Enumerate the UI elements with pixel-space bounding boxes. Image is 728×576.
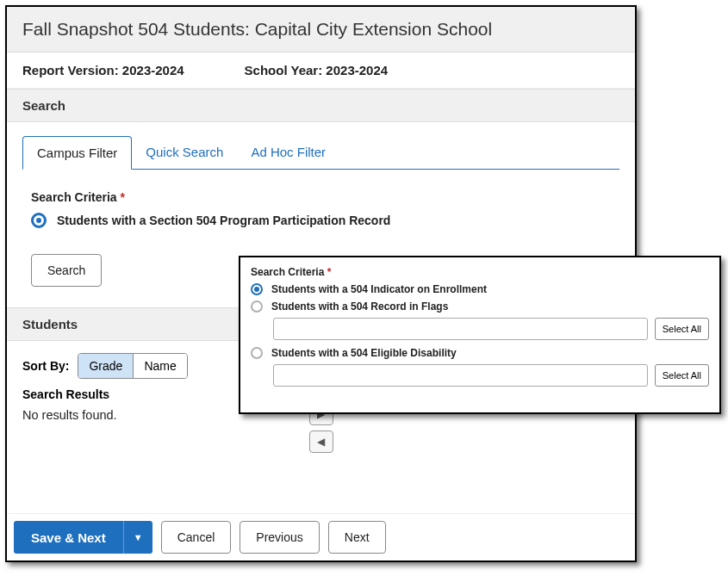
overlay-option-enrollment[interactable]: Students with a 504 Indicator on Enrollm… — [251, 283, 709, 295]
overlay-option-label: Students with a 504 Record in Flags — [271, 300, 448, 313]
report-version: Report Version: 2023-2024 — [22, 63, 184, 77]
page-title: Fall Snapshot 504 Students: Capital City… — [7, 7, 635, 53]
radio-icon — [251, 347, 263, 359]
search-section-heading: Search — [7, 89, 635, 122]
cancel-button[interactable]: Cancel — [161, 521, 232, 554]
overlay-flags-select-all[interactable]: Select All — [655, 318, 709, 340]
search-tabs: Campus Filter Quick Search Ad Hoc Filter — [22, 136, 619, 170]
save-next-split: Save & Next ▼ — [14, 521, 152, 554]
tab-quick-search[interactable]: Quick Search — [132, 136, 237, 169]
search-button[interactable]: Search — [31, 254, 102, 287]
save-next-dropdown[interactable]: ▼ — [123, 521, 152, 554]
radio-icon — [251, 300, 263, 313]
caret-down-icon: ▼ — [134, 532, 143, 542]
overlay-option-label: Students with a 504 Indicator on Enrollm… — [271, 283, 487, 295]
next-button[interactable]: Next — [328, 521, 386, 554]
sort-by-label: Sort By: — [22, 359, 69, 373]
radio-icon — [251, 283, 263, 295]
version-row: Report Version: 2023-2024 School Year: 2… — [7, 53, 635, 89]
overlay-disability-input[interactable] — [273, 364, 648, 387]
save-next-button[interactable]: Save & Next — [14, 521, 123, 554]
chevron-left-icon: ◀ — [317, 436, 325, 448]
overlay-flags-input[interactable] — [273, 318, 648, 340]
criteria-option-label: Students with a Section 504 Program Part… — [57, 214, 390, 227]
radio-icon — [31, 213, 47, 228]
move-left-button[interactable]: ◀ — [309, 430, 333, 453]
previous-button[interactable]: Previous — [240, 521, 319, 554]
overlay-option-flags[interactable]: Students with a 504 Record in Flags — [251, 300, 709, 313]
overlay-criteria-label: Search Criteria — [251, 266, 709, 278]
search-criteria-label: Search Criteria — [31, 190, 619, 204]
school-year: School Year: 2023-2024 — [245, 63, 389, 77]
overlay-option-label: Students with a 504 Eligible Disability — [271, 347, 457, 359]
tab-ad-hoc-filter[interactable]: Ad Hoc Filter — [237, 136, 339, 169]
overlay-flags-input-row: Select All — [273, 318, 709, 340]
footer-bar: Save & Next ▼ Cancel Previous Next — [7, 513, 635, 561]
overlay-option-disability[interactable]: Students with a 504 Eligible Disability — [251, 347, 709, 359]
overlay-disability-input-row: Select All — [273, 364, 709, 387]
search-criteria-overlay: Search Criteria Students with a 504 Indi… — [239, 256, 721, 414]
sort-grade-button[interactable]: Grade — [78, 354, 133, 378]
sort-name-button[interactable]: Name — [133, 354, 186, 378]
criteria-option-504-program[interactable]: Students with a Section 504 Program Part… — [31, 213, 619, 228]
sort-by-toggle: Grade Name — [78, 353, 187, 379]
tab-campus-filter[interactable]: Campus Filter — [22, 136, 132, 170]
overlay-disability-select-all[interactable]: Select All — [655, 364, 709, 387]
